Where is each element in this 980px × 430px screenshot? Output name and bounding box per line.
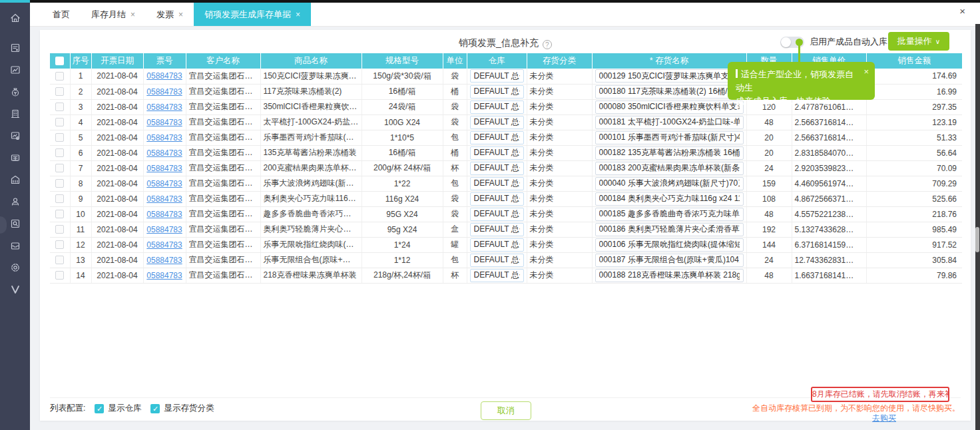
warehouse-input[interactable]	[470, 223, 524, 236]
money-icon[interactable]	[0, 81, 30, 103]
invoice-number-link[interactable]: 05884783	[146, 271, 182, 280]
warehouse-input[interactable]	[470, 177, 524, 190]
invoice-number-link[interactable]: 05884783	[146, 118, 182, 127]
stock-name-input[interactable]	[595, 238, 744, 252]
invoice-number-link[interactable]: 05884783	[146, 240, 182, 250]
stock-name-input[interactable]	[595, 146, 744, 160]
stock-name-input[interactable]	[595, 162, 744, 175]
invoice-number-link[interactable]: 05884783	[146, 194, 182, 204]
warehouse-input[interactable]	[470, 254, 524, 267]
form-icon[interactable]	[0, 37, 30, 59]
stock-name-input[interactable]	[595, 177, 744, 190]
row-checkbox[interactable]	[55, 72, 64, 81]
stock-name-input[interactable]	[595, 116, 744, 129]
stock-name-input[interactable]	[595, 69, 744, 83]
invoice-number-link[interactable]: 05884783	[146, 179, 182, 188]
close-tabs-icon[interactable]: ×	[959, 5, 965, 17]
cell-amount: 297.35	[866, 99, 962, 114]
warehouse-input[interactable]	[470, 85, 524, 99]
company-icon[interactable]	[0, 103, 30, 124]
select-all-checkbox[interactable]	[55, 57, 64, 65]
invoice-number-link[interactable]: 05884783	[146, 256, 182, 265]
table-row: 122021-08-0405884783宜昌交运集团石油有限...乐事无限吮指红…	[50, 237, 962, 252]
row-checkbox[interactable]	[55, 194, 64, 203]
invoice-number-link[interactable]: 05884783	[146, 133, 182, 142]
logo-v-icon[interactable]	[0, 278, 30, 300]
tab-close-icon[interactable]: ×	[130, 10, 135, 19]
chart-icon[interactable]	[0, 59, 30, 81]
row-checkbox[interactable]	[55, 210, 64, 218]
warehouse-input[interactable]	[470, 131, 524, 144]
cell-customer: 宜昌交运集团石油有限...	[186, 69, 260, 84]
cell-category: 未分类	[527, 130, 592, 145]
stock-name-input[interactable]	[595, 101, 744, 114]
row-checkbox[interactable]	[55, 271, 64, 280]
warehouse-input[interactable]	[470, 162, 524, 175]
warehouse-input[interactable]	[470, 192, 524, 206]
show-category-checkbox[interactable]: ✓ 显示存货分类	[150, 403, 214, 414]
invoice-printer-icon[interactable]	[0, 146, 30, 168]
invoice-number-link[interactable]: 05884783	[146, 164, 182, 173]
cell-spec: 24袋/箱	[362, 99, 443, 114]
cell-price: 2.920353982300885	[792, 160, 866, 176]
invoice-number-link[interactable]: 05884783	[146, 148, 182, 158]
invoice-number-link[interactable]: 05884783	[146, 87, 182, 97]
cell-product: 奥利奥夹心巧克力味116g x24	[260, 191, 362, 206]
invoice-number-link[interactable]: 05884783	[146, 103, 182, 112]
stock-name-input[interactable]	[595, 131, 744, 144]
settings-icon[interactable]	[0, 256, 30, 278]
tab-3[interactable]: 销项发票生成库存单据×	[194, 3, 311, 26]
row-checkbox[interactable]	[55, 225, 64, 234]
stock-name-input[interactable]	[595, 254, 744, 267]
invoice-number-link[interactable]: 05884783	[146, 225, 182, 234]
stock-name-input[interactable]	[595, 192, 744, 206]
cell-unit: 包	[443, 176, 467, 191]
row-checkbox[interactable]	[55, 179, 64, 188]
show-warehouse-label: 显示仓库	[108, 403, 141, 414]
cashier-icon[interactable]	[0, 190, 30, 212]
cell-qty: 24	[746, 160, 792, 176]
row-checkbox[interactable]	[55, 240, 64, 249]
scrollbar-thumb[interactable]	[975, 227, 979, 252]
row-checkbox[interactable]	[55, 133, 64, 142]
tab-close-icon[interactable]: ×	[178, 10, 183, 19]
stock-name-input[interactable]	[595, 85, 744, 99]
warehouse-input[interactable]	[470, 269, 524, 282]
stock-name-input[interactable]	[595, 269, 744, 282]
row-checkbox[interactable]	[55, 256, 64, 264]
cancel-button[interactable]: 取消	[481, 401, 531, 420]
row-checkbox[interactable]	[55, 103, 64, 111]
cell-unit: 袋	[443, 69, 467, 84]
row-checkbox[interactable]	[55, 148, 64, 157]
show-warehouse-checkbox[interactable]: ✓ 显示仓库	[95, 403, 141, 414]
column-header-8: 存货分类	[527, 53, 592, 69]
tab-1[interactable]: 库存月结×	[81, 3, 146, 26]
warehouse-input[interactable]	[470, 208, 524, 221]
stock-name-input[interactable]	[595, 223, 744, 236]
tooltip-close-icon[interactable]: ×	[863, 65, 869, 79]
bank-icon[interactable]	[0, 168, 30, 190]
inbox-icon[interactable]	[0, 234, 30, 256]
warehouse-input[interactable]	[470, 69, 524, 83]
warehouse-input[interactable]	[470, 101, 524, 114]
help-icon[interactable]: ?	[543, 40, 552, 49]
warehouse-input[interactable]	[470, 146, 524, 160]
batch-operations-button[interactable]: 批量操作∨	[888, 32, 949, 51]
tab-0[interactable]: 首页	[42, 3, 81, 26]
warehouse-input[interactable]	[470, 116, 524, 129]
auto-inbound-toggle[interactable]	[780, 37, 804, 48]
row-checkbox[interactable]	[55, 164, 64, 172]
row-checkbox[interactable]	[55, 118, 64, 126]
home-icon[interactable]	[0, 7, 30, 29]
cell-warehouse	[467, 145, 527, 160]
report-icon[interactable]	[0, 124, 30, 146]
row-checkbox[interactable]	[55, 87, 64, 96]
warehouse-input[interactable]	[470, 238, 524, 252]
cell-category: 未分类	[527, 176, 592, 191]
tab-2[interactable]: 发票×	[146, 3, 194, 26]
stock-name-input[interactable]	[595, 208, 744, 221]
tab-close-icon[interactable]: ×	[296, 10, 300, 19]
buy-link[interactable]: 去购买	[872, 413, 896, 424]
invoice-number-link[interactable]: 05884783	[146, 210, 182, 219]
invoice-number-link[interactable]: 05884783	[146, 71, 182, 81]
